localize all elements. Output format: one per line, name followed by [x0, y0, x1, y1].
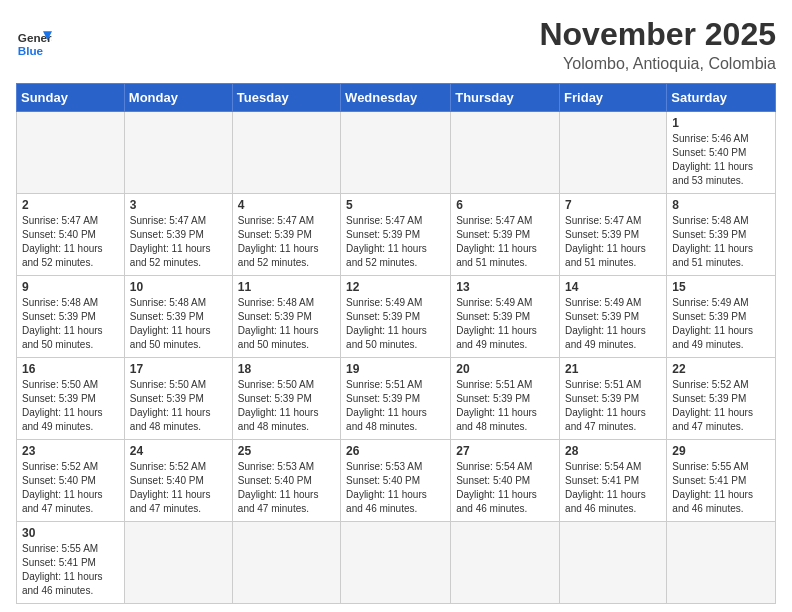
calendar-cell: 21Sunrise: 5:51 AMSunset: 5:39 PMDayligh… — [560, 358, 667, 440]
calendar-cell — [232, 522, 340, 604]
calendar-cell — [341, 522, 451, 604]
day-info: Sunrise: 5:55 AMSunset: 5:41 PMDaylight:… — [672, 460, 770, 516]
day-info: Sunrise: 5:49 AMSunset: 5:39 PMDaylight:… — [456, 296, 554, 352]
day-number: 10 — [130, 280, 227, 294]
day-info: Sunrise: 5:47 AMSunset: 5:39 PMDaylight:… — [565, 214, 661, 270]
day-number: 23 — [22, 444, 119, 458]
day-info: Sunrise: 5:49 AMSunset: 5:39 PMDaylight:… — [565, 296, 661, 352]
weekday-header-saturday: Saturday — [667, 84, 776, 112]
day-info: Sunrise: 5:50 AMSunset: 5:39 PMDaylight:… — [130, 378, 227, 434]
calendar-cell: 12Sunrise: 5:49 AMSunset: 5:39 PMDayligh… — [341, 276, 451, 358]
calendar-cell: 9Sunrise: 5:48 AMSunset: 5:39 PMDaylight… — [17, 276, 125, 358]
day-info: Sunrise: 5:53 AMSunset: 5:40 PMDaylight:… — [346, 460, 445, 516]
day-info: Sunrise: 5:47 AMSunset: 5:39 PMDaylight:… — [130, 214, 227, 270]
day-number: 13 — [456, 280, 554, 294]
calendar-cell: 8Sunrise: 5:48 AMSunset: 5:39 PMDaylight… — [667, 194, 776, 276]
calendar-cell: 17Sunrise: 5:50 AMSunset: 5:39 PMDayligh… — [124, 358, 232, 440]
day-number: 25 — [238, 444, 335, 458]
day-info: Sunrise: 5:52 AMSunset: 5:40 PMDaylight:… — [22, 460, 119, 516]
week-row-2: 2Sunrise: 5:47 AMSunset: 5:40 PMDaylight… — [17, 194, 776, 276]
calendar-cell: 18Sunrise: 5:50 AMSunset: 5:39 PMDayligh… — [232, 358, 340, 440]
calendar-cell: 26Sunrise: 5:53 AMSunset: 5:40 PMDayligh… — [341, 440, 451, 522]
calendar-cell: 27Sunrise: 5:54 AMSunset: 5:40 PMDayligh… — [451, 440, 560, 522]
day-info: Sunrise: 5:55 AMSunset: 5:41 PMDaylight:… — [22, 542, 119, 598]
logo: General Blue — [16, 24, 52, 60]
weekday-header-tuesday: Tuesday — [232, 84, 340, 112]
day-number: 22 — [672, 362, 770, 376]
calendar-cell — [451, 112, 560, 194]
calendar-cell — [124, 112, 232, 194]
day-info: Sunrise: 5:46 AMSunset: 5:40 PMDaylight:… — [672, 132, 770, 188]
calendar-cell: 16Sunrise: 5:50 AMSunset: 5:39 PMDayligh… — [17, 358, 125, 440]
calendar-cell: 7Sunrise: 5:47 AMSunset: 5:39 PMDaylight… — [560, 194, 667, 276]
week-row-3: 9Sunrise: 5:48 AMSunset: 5:39 PMDaylight… — [17, 276, 776, 358]
day-info: Sunrise: 5:48 AMSunset: 5:39 PMDaylight:… — [238, 296, 335, 352]
day-number: 27 — [456, 444, 554, 458]
calendar-cell — [451, 522, 560, 604]
day-info: Sunrise: 5:52 AMSunset: 5:40 PMDaylight:… — [130, 460, 227, 516]
calendar-cell: 5Sunrise: 5:47 AMSunset: 5:39 PMDaylight… — [341, 194, 451, 276]
day-info: Sunrise: 5:48 AMSunset: 5:39 PMDaylight:… — [130, 296, 227, 352]
weekday-header-wednesday: Wednesday — [341, 84, 451, 112]
day-info: Sunrise: 5:47 AMSunset: 5:39 PMDaylight:… — [456, 214, 554, 270]
calendar-cell: 13Sunrise: 5:49 AMSunset: 5:39 PMDayligh… — [451, 276, 560, 358]
calendar-cell: 28Sunrise: 5:54 AMSunset: 5:41 PMDayligh… — [560, 440, 667, 522]
day-info: Sunrise: 5:51 AMSunset: 5:39 PMDaylight:… — [456, 378, 554, 434]
calendar-cell — [560, 112, 667, 194]
day-info: Sunrise: 5:52 AMSunset: 5:39 PMDaylight:… — [672, 378, 770, 434]
calendar-cell: 6Sunrise: 5:47 AMSunset: 5:39 PMDaylight… — [451, 194, 560, 276]
day-info: Sunrise: 5:54 AMSunset: 5:40 PMDaylight:… — [456, 460, 554, 516]
day-number: 24 — [130, 444, 227, 458]
day-number: 17 — [130, 362, 227, 376]
calendar-cell: 22Sunrise: 5:52 AMSunset: 5:39 PMDayligh… — [667, 358, 776, 440]
calendar-cell: 24Sunrise: 5:52 AMSunset: 5:40 PMDayligh… — [124, 440, 232, 522]
day-info: Sunrise: 5:49 AMSunset: 5:39 PMDaylight:… — [672, 296, 770, 352]
weekday-header-monday: Monday — [124, 84, 232, 112]
day-number: 16 — [22, 362, 119, 376]
calendar-cell: 4Sunrise: 5:47 AMSunset: 5:39 PMDaylight… — [232, 194, 340, 276]
calendar-cell: 11Sunrise: 5:48 AMSunset: 5:39 PMDayligh… — [232, 276, 340, 358]
day-info: Sunrise: 5:47 AMSunset: 5:39 PMDaylight:… — [238, 214, 335, 270]
calendar-cell: 3Sunrise: 5:47 AMSunset: 5:39 PMDaylight… — [124, 194, 232, 276]
weekday-header-row: SundayMondayTuesdayWednesdayThursdayFrid… — [17, 84, 776, 112]
location-title: Yolombo, Antioquia, Colombia — [539, 55, 776, 73]
day-number: 29 — [672, 444, 770, 458]
week-row-1: 1Sunrise: 5:46 AMSunset: 5:40 PMDaylight… — [17, 112, 776, 194]
calendar-table: SundayMondayTuesdayWednesdayThursdayFrid… — [16, 83, 776, 604]
calendar-cell: 23Sunrise: 5:52 AMSunset: 5:40 PMDayligh… — [17, 440, 125, 522]
calendar-cell: 30Sunrise: 5:55 AMSunset: 5:41 PMDayligh… — [17, 522, 125, 604]
week-row-4: 16Sunrise: 5:50 AMSunset: 5:39 PMDayligh… — [17, 358, 776, 440]
day-number: 8 — [672, 198, 770, 212]
logo-icon: General Blue — [16, 24, 52, 60]
calendar-cell — [667, 522, 776, 604]
day-number: 20 — [456, 362, 554, 376]
day-number: 26 — [346, 444, 445, 458]
day-number: 5 — [346, 198, 445, 212]
day-info: Sunrise: 5:49 AMSunset: 5:39 PMDaylight:… — [346, 296, 445, 352]
weekday-header-friday: Friday — [560, 84, 667, 112]
day-info: Sunrise: 5:50 AMSunset: 5:39 PMDaylight:… — [238, 378, 335, 434]
day-info: Sunrise: 5:51 AMSunset: 5:39 PMDaylight:… — [565, 378, 661, 434]
svg-text:Blue: Blue — [18, 44, 44, 57]
week-row-5: 23Sunrise: 5:52 AMSunset: 5:40 PMDayligh… — [17, 440, 776, 522]
calendar-cell: 2Sunrise: 5:47 AMSunset: 5:40 PMDaylight… — [17, 194, 125, 276]
day-info: Sunrise: 5:47 AMSunset: 5:39 PMDaylight:… — [346, 214, 445, 270]
calendar-cell — [124, 522, 232, 604]
day-number: 4 — [238, 198, 335, 212]
calendar-cell: 19Sunrise: 5:51 AMSunset: 5:39 PMDayligh… — [341, 358, 451, 440]
calendar-cell: 25Sunrise: 5:53 AMSunset: 5:40 PMDayligh… — [232, 440, 340, 522]
calendar-cell — [560, 522, 667, 604]
day-number: 18 — [238, 362, 335, 376]
day-number: 21 — [565, 362, 661, 376]
weekday-header-sunday: Sunday — [17, 84, 125, 112]
day-info: Sunrise: 5:48 AMSunset: 5:39 PMDaylight:… — [672, 214, 770, 270]
day-number: 3 — [130, 198, 227, 212]
day-number: 14 — [565, 280, 661, 294]
day-info: Sunrise: 5:48 AMSunset: 5:39 PMDaylight:… — [22, 296, 119, 352]
calendar-cell — [341, 112, 451, 194]
day-number: 11 — [238, 280, 335, 294]
day-info: Sunrise: 5:47 AMSunset: 5:40 PMDaylight:… — [22, 214, 119, 270]
day-number: 1 — [672, 116, 770, 130]
day-info: Sunrise: 5:51 AMSunset: 5:39 PMDaylight:… — [346, 378, 445, 434]
day-info: Sunrise: 5:54 AMSunset: 5:41 PMDaylight:… — [565, 460, 661, 516]
